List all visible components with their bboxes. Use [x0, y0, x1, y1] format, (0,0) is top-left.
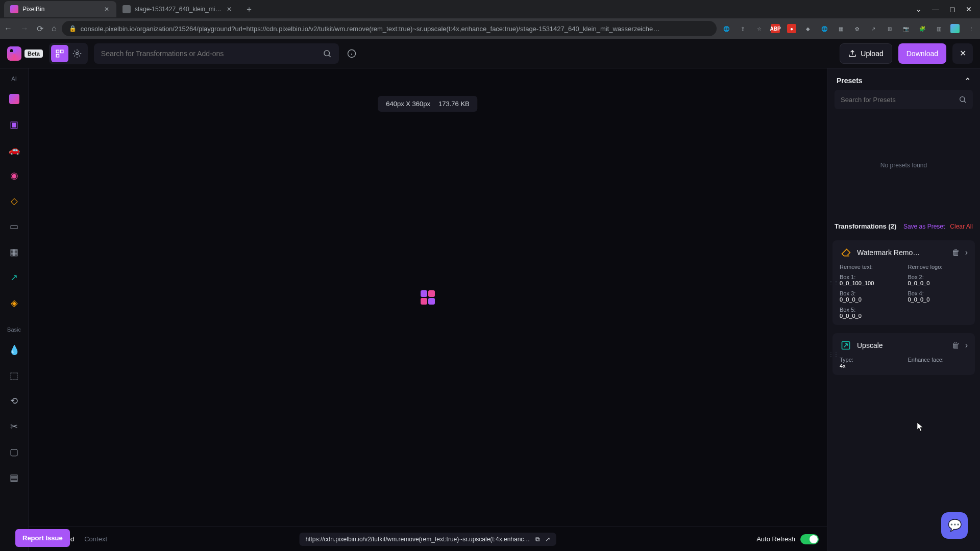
- canvas-area: 640px X 360px 173.76 KB Transformed Cont…: [29, 68, 827, 551]
- close-icon[interactable]: ✕: [103, 6, 110, 13]
- preset-search[interactable]: [835, 90, 973, 109]
- info-icon[interactable]: [347, 49, 356, 58]
- sidebar-tool-7[interactable]: ▦: [6, 244, 22, 260]
- tab-context[interactable]: Context: [84, 535, 107, 543]
- delete-icon[interactable]: 🗑: [952, 248, 960, 257]
- minimize-icon[interactable]: —: [932, 5, 939, 13]
- chevron-down-icon[interactable]: ⌄: [916, 5, 922, 13]
- eraser-icon: [840, 246, 852, 259]
- save-preset-link[interactable]: Save as Preset: [903, 223, 945, 230]
- app: Beta Upload Download ✕: [0, 39, 980, 551]
- mode-switch: [49, 43, 88, 64]
- open-icon[interactable]: ↗: [545, 536, 550, 543]
- tab-title: stage-1531427_640_klein_mit_w…: [135, 6, 222, 13]
- menu-icon[interactable]: ⋮: [967, 24, 976, 33]
- mode-settings[interactable]: [68, 45, 86, 62]
- sidebar-ai-label: AI: [11, 76, 16, 82]
- search-icon[interactable]: [323, 49, 332, 58]
- sidebar-tool-9[interactable]: ◈: [6, 295, 22, 311]
- drag-handle-icon[interactable]: ⋮⋮: [828, 352, 839, 357]
- ext-icon-5[interactable]: ✿: [852, 24, 862, 33]
- transform-card-watermark: ⋮⋮ Watermark Remo… 🗑 › Remove text: Remo…: [832, 240, 975, 325]
- globe-icon[interactable]: 🌐: [820, 24, 829, 33]
- nav-icons: ← → ⟳ ⌂: [4, 24, 57, 34]
- star-icon[interactable]: ☆: [754, 24, 764, 33]
- search-input[interactable]: [101, 49, 317, 58]
- avatar[interactable]: [950, 24, 960, 33]
- image-filesize: 173.76 KB: [438, 100, 470, 108]
- auto-refresh: Auto Refresh: [756, 534, 819, 544]
- upload-button[interactable]: Upload: [840, 43, 892, 64]
- chat-button[interactable]: 💬: [941, 512, 968, 539]
- card-params: Type:4x Enhance face:: [840, 357, 968, 369]
- delete-icon[interactable]: 🗑: [952, 341, 960, 350]
- mode-playground[interactable]: [51, 45, 68, 62]
- sidebar-tool-8[interactable]: ↗: [6, 269, 22, 286]
- ext-icon-6[interactable]: ↗: [869, 24, 878, 33]
- sidebar-tool-3[interactable]: 🚗: [6, 142, 22, 158]
- sidebar-basic-6[interactable]: ▤: [6, 469, 22, 486]
- sidebar-basic-3[interactable]: ⟲: [6, 393, 22, 409]
- sidebar-tool-4[interactable]: ◉: [6, 167, 22, 184]
- image-dimensions: 640px X 360px: [386, 100, 430, 108]
- close-icon[interactable]: ✕: [966, 5, 972, 13]
- translate-icon[interactable]: 🌐: [722, 24, 731, 33]
- presets-header: Presets ⌃: [827, 68, 980, 90]
- sidebar-basic-5[interactable]: ▢: [6, 444, 22, 460]
- sidebar-tool-2[interactable]: ▣: [6, 116, 22, 133]
- chevron-up-icon[interactable]: ⌃: [965, 77, 971, 85]
- presets-empty: No presets found: [827, 114, 980, 216]
- back-icon[interactable]: ←: [4, 24, 12, 33]
- close-panel-button[interactable]: ✕: [952, 43, 973, 64]
- transform-search[interactable]: [94, 43, 339, 64]
- search-icon[interactable]: [959, 95, 967, 104]
- browser-tab-active[interactable]: PixelBin ✕: [4, 1, 116, 17]
- copy-icon[interactable]: ⧉: [535, 536, 540, 543]
- url-display-text: https://cdn.pixelbin.io/v2/tutkit/wm.rem…: [306, 536, 530, 543]
- forward-icon[interactable]: →: [20, 24, 29, 33]
- sidebar-basic-1[interactable]: 💧: [6, 342, 22, 358]
- tab-favicon: [122, 5, 131, 13]
- sidebar-tool-1[interactable]: [6, 91, 22, 107]
- tab-title: PixelBin: [22, 6, 99, 13]
- sidebar-tool-5[interactable]: ◇: [6, 193, 22, 209]
- auto-refresh-toggle[interactable]: [800, 534, 819, 544]
- report-issue-button[interactable]: Report Issue: [15, 529, 70, 547]
- app-body: AI ▣ 🚗 ◉ ◇ ▭ ▦ ↗ ◈ Basic 💧 ⬚ ⟲ ✂ ▢ ▤ 640…: [0, 68, 980, 551]
- ext-icon-2[interactable]: ●: [787, 24, 796, 33]
- sidebar-tool-6[interactable]: ▭: [6, 218, 22, 235]
- sidebar-basic-label: Basic: [7, 327, 21, 333]
- browser-chrome: PixelBin ✕ stage-1531427_640_klein_mit_w…: [0, 0, 980, 39]
- abp-icon[interactable]: ABP: [771, 24, 780, 33]
- maximize-icon[interactable]: ◻: [949, 5, 955, 13]
- svg-point-6: [960, 97, 965, 102]
- sidebar-basic-2[interactable]: ⬚: [6, 367, 22, 384]
- home-icon[interactable]: ⌂: [52, 24, 57, 33]
- share-icon[interactable]: ⇪: [738, 24, 747, 33]
- auto-refresh-label: Auto Refresh: [756, 535, 795, 543]
- canvas-footer: Transformed Context https://cdn.pixelbin…: [29, 527, 827, 551]
- ext-icon-4[interactable]: ▦: [836, 24, 845, 33]
- app-topbar: Beta Upload Download ✕: [0, 39, 980, 68]
- ext-icon-7[interactable]: ⊞: [885, 24, 894, 33]
- puzzle-icon[interactable]: 🧩: [918, 24, 927, 33]
- url-box[interactable]: 🔒 console.pixelbin.io/organization/21526…: [62, 21, 717, 36]
- panel-icon[interactable]: ▥: [934, 24, 943, 33]
- browser-tab[interactable]: stage-1531427_640_klein_mit_w… ✕: [116, 1, 239, 17]
- preset-search-input[interactable]: [841, 96, 959, 104]
- card-header: Watermark Remo… 🗑 ›: [840, 246, 968, 259]
- clear-all-link[interactable]: Clear All: [950, 223, 973, 230]
- new-tab-button[interactable]: ＋: [242, 2, 256, 16]
- ext-icon-3[interactable]: ◆: [803, 24, 813, 33]
- card-header: Upscale 🗑 ›: [840, 339, 968, 352]
- svg-point-3: [76, 52, 79, 55]
- camera-icon[interactable]: 📷: [901, 24, 911, 33]
- reload-icon[interactable]: ⟳: [37, 24, 43, 34]
- sidebar-basic-4[interactable]: ✂: [6, 418, 22, 435]
- download-button[interactable]: Download: [898, 43, 946, 64]
- chevron-right-icon[interactable]: ›: [965, 248, 968, 257]
- drag-handle-icon[interactable]: ⋮⋮: [828, 280, 839, 286]
- close-icon[interactable]: ✕: [226, 6, 233, 13]
- lock-icon: 🔒: [69, 25, 77, 32]
- chevron-right-icon[interactable]: ›: [965, 341, 968, 350]
